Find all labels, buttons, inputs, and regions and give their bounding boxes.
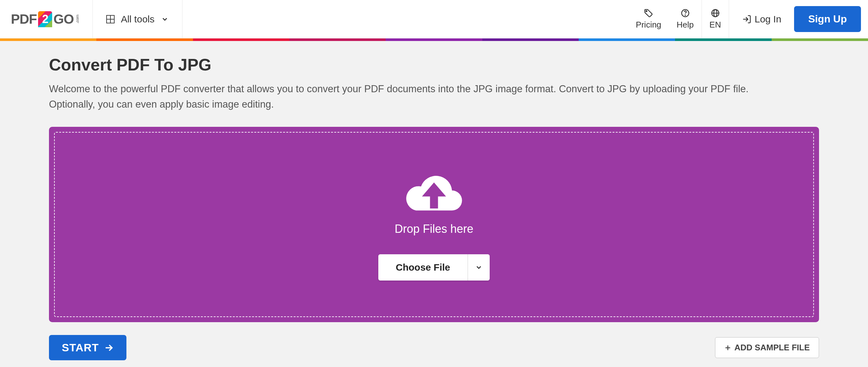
nav-language-label: EN (710, 20, 721, 30)
choose-file-dropdown[interactable] (468, 254, 490, 280)
logo-com: .com (75, 15, 80, 23)
start-label: START (62, 341, 99, 354)
choose-file-group: Choose File (378, 254, 489, 280)
arrow-right-icon (104, 343, 114, 353)
nav-language[interactable]: EN (702, 0, 729, 38)
grid-icon (106, 15, 115, 23)
dropzone[interactable]: Drop Files here Choose File (54, 132, 814, 317)
header: PDF 2 GO .com All tools Pricing Help EN … (0, 0, 868, 38)
all-tools-menu[interactable]: All tools (93, 0, 182, 38)
all-tools-label: All tools (121, 14, 155, 25)
add-sample-file-button[interactable]: ADD SAMPLE FILE (715, 337, 819, 358)
help-icon (680, 8, 690, 18)
pricetag-icon (644, 8, 653, 18)
svg-point-0 (646, 10, 647, 11)
nav-pricing[interactable]: Pricing (628, 0, 669, 38)
rainbow-divider (0, 38, 868, 41)
logo-pdf: PDF (11, 11, 37, 27)
cloud-upload-icon (402, 169, 466, 216)
login-icon (742, 14, 751, 24)
choose-file-button[interactable]: Choose File (378, 254, 467, 280)
nav-pricing-label: Pricing (636, 20, 661, 30)
signup-label: Sign Up (808, 13, 847, 25)
choose-file-label: Choose File (396, 262, 450, 273)
login-label: Log In (755, 14, 781, 25)
drop-text: Drop Files here (395, 222, 473, 236)
logo[interactable]: PDF 2 GO .com (0, 0, 93, 38)
nav-help[interactable]: Help (669, 0, 701, 38)
page-title: Convert PDF To JPG (49, 55, 819, 74)
page-description: Welcome to the powerful PDF converter th… (49, 81, 753, 112)
start-button[interactable]: START (49, 335, 126, 360)
globe-icon (711, 8, 720, 18)
nav-help-label: Help (677, 20, 693, 30)
chevron-down-icon (161, 16, 169, 23)
add-sample-label: ADD SAMPLE FILE (735, 343, 810, 353)
svg-point-2 (685, 15, 686, 16)
login-link[interactable]: Log In (729, 0, 794, 38)
plus-icon (724, 344, 731, 351)
chevron-down-icon (475, 264, 483, 271)
logo-2-icon: 2 (38, 11, 52, 27)
action-row: START ADD SAMPLE FILE (49, 335, 819, 360)
logo-go: GO (54, 11, 73, 27)
dropzone-container: Drop Files here Choose File (49, 127, 819, 322)
signup-button[interactable]: Sign Up (794, 6, 861, 32)
